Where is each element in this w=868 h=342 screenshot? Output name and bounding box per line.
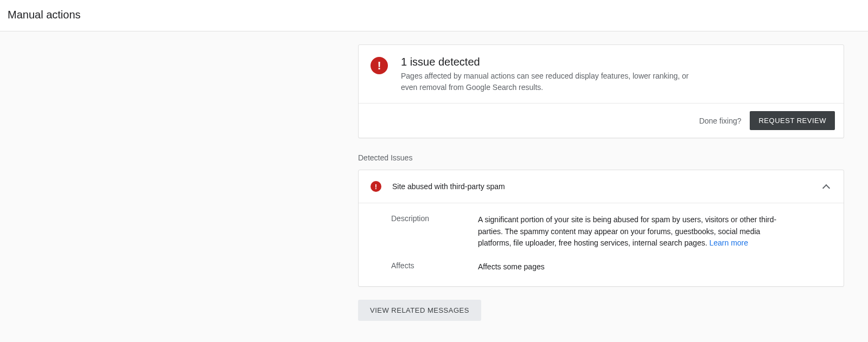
issue-body: Description A significant portion of you…: [359, 203, 844, 286]
issue-title: Site abused with third-party spam: [392, 182, 821, 191]
page-title: Manual actions: [8, 9, 81, 21]
view-related-messages-button[interactable]: VIEW RELATED MESSAGES: [358, 300, 481, 321]
description-value: A significant portion of your site is be…: [478, 214, 832, 249]
affects-row: Affects Affects some pages: [391, 261, 832, 273]
description-row: Description A significant portion of you…: [391, 214, 832, 249]
page-header: Manual actions: [0, 0, 868, 31]
content-column: ! 1 issue detected Pages affected by man…: [358, 44, 844, 321]
affects-value: Affects some pages: [478, 261, 832, 273]
summary-description: Pages affected by manual actions can see…: [401, 70, 705, 93]
chevron-up-icon: [821, 181, 832, 192]
done-fixing-label: Done fixing?: [699, 117, 742, 125]
summary-top: ! 1 issue detected Pages affected by man…: [359, 45, 844, 104]
affects-label: Affects: [391, 261, 478, 273]
summary-title: 1 issue detected: [401, 56, 705, 68]
learn-more-link[interactable]: Learn more: [709, 238, 748, 247]
summary-card: ! 1 issue detected Pages affected by man…: [358, 44, 844, 138]
request-review-button[interactable]: REQUEST REVIEW: [750, 111, 835, 130]
issue-header[interactable]: ! Site abused with third-party spam: [359, 170, 844, 203]
alert-icon: !: [371, 57, 388, 74]
alert-icon: !: [371, 181, 381, 192]
summary-text-block: 1 issue detected Pages affected by manua…: [401, 56, 705, 93]
body-area: ! 1 issue detected Pages affected by man…: [0, 31, 868, 342]
description-label: Description: [391, 214, 478, 249]
issue-card: ! Site abused with third-party spam Desc…: [358, 170, 844, 287]
summary-actions: Done fixing? REQUEST REVIEW: [359, 104, 844, 138]
detected-issues-label: Detected Issues: [358, 153, 844, 162]
